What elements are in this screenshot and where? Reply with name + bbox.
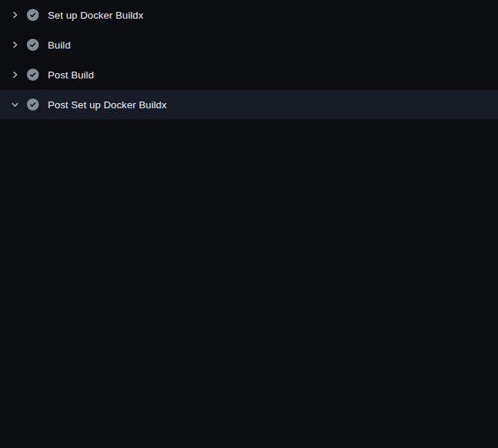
log-line: 20time="2021-04-23T18:02:38Z" level=debu… <box>0 441 498 448</box>
check-circle-icon <box>27 99 39 111</box>
log-line-wrap: linux/riscv64 linux/ppc64le linux/s390x … <box>0 217 498 232</box>
step-row-set-up-docker-buildx[interactable]: Set up Docker Buildx <box>0 0 498 30</box>
step-label: Set up Docker Buildx <box>48 10 143 21</box>
log-viewer: 1Post job cleanup. 2▾BuildKit container … <box>0 119 498 448</box>
log-line: 11time="2021-04-23T18:02:38Z" level=debu… <box>0 292 498 307</box>
log-line: 17time="2021-04-23T18:02:38Z" level=debu… <box>0 382 498 396</box>
check-circle-icon <box>27 69 39 81</box>
step-label: Build <box>48 40 71 51</box>
log-line: 4time="2021-04-23T18:02:37Z" level=info … <box>0 172 498 187</box>
step-row-post-build[interactable]: Post Build <box>0 60 498 90</box>
log-command-line: 3/usr/bin/docker logs buildx_buildkit_bu… <box>0 158 498 172</box>
chevron-right-icon <box>9 69 21 81</box>
log-line: 18time="2021-04-23T18:02:38Z" level=debu… <box>0 396 498 411</box>
log-line: 6time="2021-04-23T18:02:37Z" level=info … <box>0 202 498 217</box>
log-line: 10time="2021-04-23T18:02:37Z" level=info… <box>0 277 498 292</box>
log-line: 7time="2021-04-23T18:02:37Z" level=warni… <box>0 232 498 247</box>
chevron-right-icon <box>9 9 21 21</box>
log-line: 8time="2021-04-23T18:02:37Z" level=info … <box>0 247 498 262</box>
log-line: 19time="2021-04-23T18:02:38Z" level=debu… <box>0 411 498 426</box>
chevron-right-icon <box>9 39 21 51</box>
log-line: 16time="2021-04-23T18:02:38Z" level=debu… <box>0 367 498 382</box>
log-line: 12time="2021-04-23T18:02:38Z" level=debu… <box>0 307 498 322</box>
log-group-toggle[interactable]: 2▾BuildKit container logs <box>0 143 498 158</box>
step-row-post-set-up-docker-buildx[interactable]: Post Set up Docker Buildx <box>0 90 498 119</box>
check-circle-icon <box>27 39 39 51</box>
log-line: 13time="2021-04-23T18:02:38Z" level=debu… <box>0 322 498 337</box>
log-line: 5time="2021-04-23T18:02:37Z" level=warni… <box>0 187 498 202</box>
log-line: 1Post job cleanup. <box>0 128 498 143</box>
check-circle-icon <box>27 9 39 21</box>
step-row-build[interactable]: Build <box>0 30 498 60</box>
step-label: Post Set up Docker Buildx <box>48 99 166 111</box>
log-line: 9time="2021-04-23T18:02:37Z" level=warni… <box>0 262 498 277</box>
log-line: 15time="2021-04-23T18:02:38Z" level=debu… <box>0 352 498 367</box>
log-line: 14time="2021-04-23T18:02:38Z" level=debu… <box>0 337 498 352</box>
log-line-wrap: application/vnd.oci.image.index.v1+json,… <box>0 426 498 441</box>
chevron-down-icon <box>9 99 21 111</box>
step-label: Post Build <box>48 69 94 81</box>
step-list: Set up Docker Buildx Build Post Build Po… <box>0 0 498 119</box>
